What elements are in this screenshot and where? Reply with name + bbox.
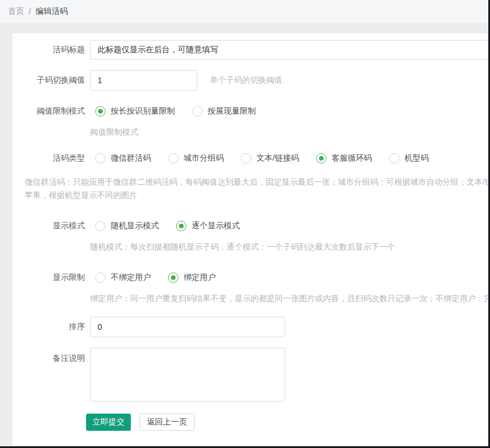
radio-label: 随机显示模式 xyxy=(111,221,159,231)
sort-input[interactable] xyxy=(90,317,285,337)
threshold-label: 子码切换阈值 xyxy=(13,75,85,85)
radio-icon xyxy=(168,272,178,283)
form-actions: 立即提交 返回上一页 xyxy=(86,414,195,431)
row-remark: 备注说明 xyxy=(13,348,490,402)
row-sort: 排序 xyxy=(13,317,490,337)
display-mode-label: 显示模式 xyxy=(13,221,85,231)
radio-random-display[interactable]: 随机显示模式 xyxy=(95,221,159,231)
radio-by-impression[interactable]: 按展现量限制 xyxy=(192,106,256,116)
radio-icon xyxy=(95,272,106,283)
radio-wechat-group-code[interactable]: 微信群活码 xyxy=(95,153,151,163)
radio-icon xyxy=(168,153,178,163)
radio-bind-user[interactable]: 绑定用户 xyxy=(168,272,216,283)
radio-icon xyxy=(389,153,399,163)
radio-label: 客服循环码 xyxy=(332,153,372,163)
code-type-description: 微信群活码：只能应用于微信群二维码活码，每码阀值达到最大后，固定显示最后一张；城… xyxy=(25,176,490,202)
radio-model-code[interactable]: 机型码 xyxy=(389,153,429,163)
remark-label: 备注说明 xyxy=(13,348,85,364)
radio-city-group-code[interactable]: 城市分组码 xyxy=(168,153,224,163)
radio-icon xyxy=(95,221,106,231)
display-mode-hint: 随机模式：每次扫描都随机显示子码，逐个模式：一个子码到达最大次数后显示下一个 xyxy=(90,242,395,252)
radio-icon xyxy=(192,106,203,116)
radio-sequential-display[interactable]: 逐个显示模式 xyxy=(176,221,240,231)
breadcrumb: 首页 / 编辑活码 xyxy=(0,0,490,23)
radio-label: 绑定用户 xyxy=(184,272,216,283)
radio-icon xyxy=(176,221,186,231)
radio-label: 逐个显示模式 xyxy=(192,221,240,231)
remark-textarea[interactable] xyxy=(90,348,285,402)
row-display-mode: 显示模式 随机显示模式 逐个显示模式 xyxy=(13,221,490,231)
back-button[interactable]: 返回上一页 xyxy=(139,414,195,431)
radio-label: 城市分组码 xyxy=(184,153,224,163)
submit-button[interactable]: 立即提交 xyxy=(86,414,131,431)
radio-icon xyxy=(95,106,106,116)
breadcrumb-separator: / xyxy=(29,7,31,16)
threshold-hint: 单个子码的切换阈值 xyxy=(210,75,282,85)
row-code-type: 活码类型 微信群活码 城市分组码 文本/链接码 客服循环码 机型码 xyxy=(13,153,490,163)
row-display-limit: 显示限制 不绑定用户 绑定用户 xyxy=(13,272,490,283)
radio-label: 按展现量限制 xyxy=(208,106,256,116)
breadcrumb-home-link[interactable]: 首页 xyxy=(8,6,24,17)
threshold-mode-label: 阈值限制模式 xyxy=(13,106,85,116)
radio-icon xyxy=(316,153,326,163)
row-threshold: 子码切换阈值 单个子码的切换阈值 xyxy=(13,70,490,91)
sort-label: 排序 xyxy=(13,322,85,332)
code-type-description-line2: 苹果，根据机型显示不同的图片 xyxy=(25,189,490,202)
radio-text-link-code[interactable]: 文本/链接码 xyxy=(241,153,299,163)
radio-by-longpress-recognition[interactable]: 按长按识别量限制 xyxy=(95,106,175,116)
radio-label: 按长按识别量限制 xyxy=(111,106,175,116)
display-limit-label: 显示限制 xyxy=(13,272,85,283)
code-type-label: 活码类型 xyxy=(13,153,85,163)
radio-service-loop-code[interactable]: 客服循环码 xyxy=(316,153,372,163)
title-label: 活码标题 xyxy=(13,45,85,55)
radio-label: 不绑定用户 xyxy=(111,272,151,283)
radio-label: 微信群活码 xyxy=(111,153,151,163)
display-limit-hint: 绑定用户：同一用户重复扫码结果不变，显示的都是同一张图片或内容，且扫码次数只记录… xyxy=(90,294,490,304)
radio-no-bind-user[interactable]: 不绑定用户 xyxy=(95,272,151,283)
code-type-description-line1: 微信群活码：只能应用于微信群二维码活码，每码阀值达到最大后，固定显示最后一张；城… xyxy=(25,176,490,189)
radio-label: 文本/链接码 xyxy=(256,153,299,163)
radio-icon xyxy=(95,153,106,163)
row-title: 活码标题 xyxy=(13,40,490,60)
threshold-input[interactable] xyxy=(90,70,197,91)
edit-livecode-form-card: 活码标题 子码切换阈值 单个子码的切换阈值 阈值限制模式 按长按识别量限制 按展… xyxy=(13,33,490,445)
breadcrumb-current: 编辑活码 xyxy=(36,6,68,17)
threshold-mode-hint: 阀值限制模式 xyxy=(90,127,138,138)
row-threshold-mode: 阈值限制模式 按长按识别量限制 按展现量限制 xyxy=(13,106,490,116)
title-input[interactable] xyxy=(90,40,490,60)
radio-label: 机型码 xyxy=(405,153,429,163)
radio-icon xyxy=(241,153,251,163)
